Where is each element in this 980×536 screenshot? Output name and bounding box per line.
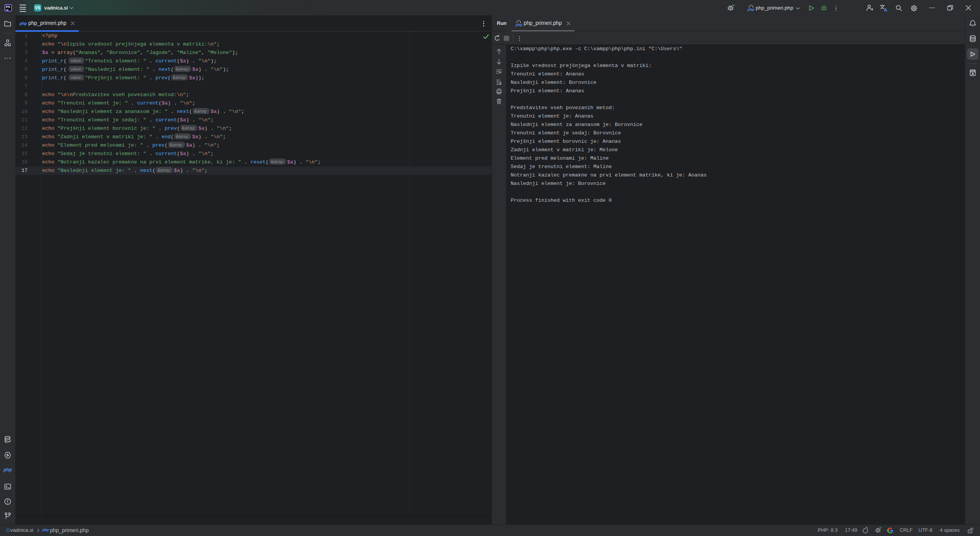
svg-text:A: A bbox=[884, 8, 887, 12]
